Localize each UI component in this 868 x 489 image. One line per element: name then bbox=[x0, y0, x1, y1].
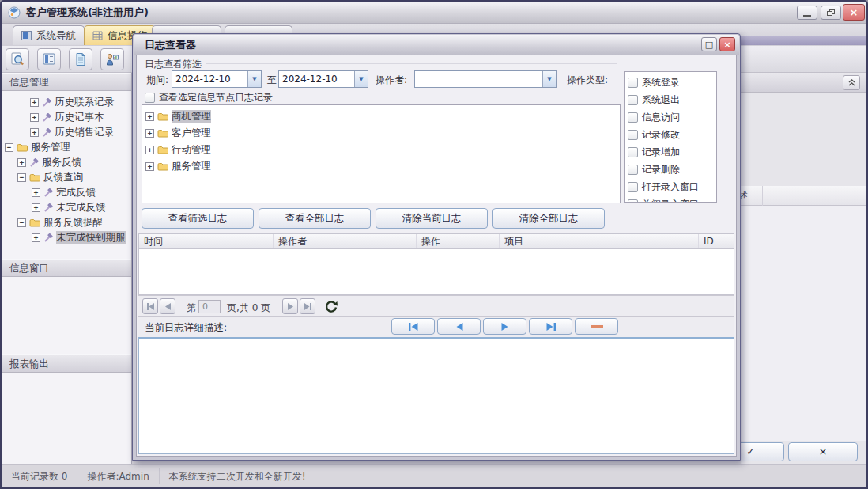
column-header-project[interactable]: 项目 bbox=[500, 234, 699, 248]
checkbox-unchecked[interactable] bbox=[628, 78, 638, 88]
log-detail-textarea[interactable] bbox=[138, 337, 734, 454]
combo-arrow-icon[interactable]: ▼ bbox=[354, 71, 368, 87]
date-from-combo[interactable]: ▼ bbox=[172, 70, 262, 88]
close-button[interactable]: × bbox=[843, 4, 865, 21]
next-page-button[interactable] bbox=[282, 298, 298, 314]
clear-current-log-button[interactable]: 清除当前日志 bbox=[376, 208, 488, 229]
checklist-row[interactable]: 打开录入窗口 bbox=[628, 178, 716, 195]
tree-item-service-feedback[interactable]: + 服务反馈 bbox=[2, 155, 131, 170]
log-node-tree[interactable]: + 商机管理 + 客户管理 + 行动管理 + 服务管理 bbox=[142, 104, 621, 203]
expand-plus-icon[interactable]: + bbox=[32, 203, 40, 212]
last-page-button[interactable] bbox=[300, 298, 315, 314]
combo-arrow-icon[interactable]: ▼ bbox=[247, 71, 261, 87]
restore-button[interactable] bbox=[821, 6, 841, 20]
expand-plus-icon[interactable]: + bbox=[32, 188, 40, 197]
dialog-maximize-button[interactable]: □ bbox=[701, 37, 717, 51]
expand-plus-icon[interactable]: + bbox=[17, 158, 26, 167]
column-header-operator[interactable]: 操作者 bbox=[274, 234, 417, 248]
expand-plus-icon[interactable]: + bbox=[30, 98, 39, 107]
view-filtered-log-button[interactable]: 查看筛选日志 bbox=[142, 208, 254, 229]
tree-item-history-notes[interactable]: + 历史记事本 bbox=[2, 110, 131, 125]
operator-combo[interactable]: ▼ bbox=[414, 70, 557, 88]
log-table-header: 时间 操作者 操作 项目 ID bbox=[138, 233, 734, 249]
status-record-count: 当前记录数 0 bbox=[2, 468, 77, 484]
checklist-row[interactable]: 系统退出 bbox=[628, 91, 716, 108]
prev-page-button[interactable] bbox=[160, 298, 175, 314]
date-to-input[interactable] bbox=[279, 71, 354, 87]
checkbox-unchecked[interactable] bbox=[628, 130, 638, 140]
expand-plus-icon[interactable]: + bbox=[32, 233, 40, 242]
column-header-action[interactable]: 操作 bbox=[417, 234, 500, 248]
tree-item-uncompleted-feedback[interactable]: + 未完成反馈 bbox=[2, 200, 131, 215]
combo-arrow-icon[interactable]: ▼ bbox=[542, 71, 556, 87]
tree-item-service[interactable]: + 服务管理 bbox=[145, 158, 620, 175]
cancel-button[interactable]: × bbox=[788, 442, 858, 461]
form-view-button[interactable] bbox=[37, 48, 61, 70]
date-from-input[interactable] bbox=[172, 71, 247, 87]
first-page-button[interactable] bbox=[142, 298, 158, 314]
date-to-combo[interactable]: ▼ bbox=[278, 70, 368, 88]
nav-last-button[interactable] bbox=[529, 318, 572, 335]
tree-item-label: 服务管理 bbox=[31, 141, 70, 154]
checkbox-unchecked[interactable] bbox=[145, 93, 155, 103]
node-filter-checkbox-row[interactable]: 查看选定信息节点日志记录 bbox=[145, 91, 273, 104]
tree-item-business[interactable]: + 商机管理 bbox=[145, 108, 620, 125]
checklist-row[interactable]: 信息访问 bbox=[628, 108, 716, 126]
tree-item-customer[interactable]: + 客户管理 bbox=[145, 125, 620, 142]
column-header-time[interactable]: 时间 bbox=[139, 234, 274, 248]
new-document-button[interactable] bbox=[69, 48, 92, 70]
checkbox-unchecked[interactable] bbox=[628, 112, 638, 123]
checkbox-unchecked[interactable] bbox=[628, 182, 638, 192]
operator-input[interactable] bbox=[415, 71, 542, 87]
tree-item-label: 服务管理 bbox=[172, 160, 211, 173]
tree-item-action[interactable]: + 行动管理 bbox=[145, 142, 620, 158]
tree-item-history-sales[interactable]: + 历史销售记录 bbox=[2, 125, 131, 140]
tree-item-feedback-query[interactable]: − 反馈查询 bbox=[2, 170, 131, 185]
tree-item-completed-feedback[interactable]: + 完成反馈 bbox=[2, 185, 131, 200]
close-icon: × bbox=[723, 40, 730, 50]
app-logo-icon bbox=[8, 6, 21, 19]
view-all-log-button[interactable]: 查看全部日志 bbox=[259, 208, 371, 229]
tree-item-service-mgmt[interactable]: − 服务管理 bbox=[2, 140, 131, 155]
checkbox-unchecked[interactable] bbox=[628, 165, 638, 175]
checkbox-unchecked[interactable] bbox=[628, 95, 638, 105]
refresh-button[interactable] bbox=[324, 299, 338, 313]
tree-item-expiring-service[interactable]: + 未完成快到期服 bbox=[2, 230, 131, 245]
tree-item-history-contact[interactable]: + 历史联系记录 bbox=[2, 95, 131, 110]
dialog-titlebar[interactable]: 日志查看器 □ × bbox=[134, 35, 739, 55]
column-header-id[interactable]: ID bbox=[699, 234, 734, 248]
checklist-row[interactable]: 记录修改 bbox=[628, 126, 716, 143]
tree-item-feedback-reminder[interactable]: − 服务反馈提醒 bbox=[2, 215, 131, 230]
collapse-minus-icon[interactable]: − bbox=[17, 218, 26, 227]
expand-plus-icon[interactable]: + bbox=[145, 162, 154, 171]
checkbox-unchecked[interactable] bbox=[628, 147, 638, 157]
clear-all-log-button[interactable]: 清除全部日志 bbox=[492, 208, 605, 229]
checklist-row[interactable]: 记录增加 bbox=[628, 143, 716, 161]
expand-plus-icon[interactable]: + bbox=[145, 112, 154, 121]
checklist-row[interactable]: 关闭录入窗口 bbox=[628, 195, 716, 203]
expand-plus-icon[interactable]: + bbox=[30, 128, 39, 137]
nav-delete-button[interactable] bbox=[575, 318, 618, 335]
status-bar: 当前记录数 0 操作者:Admin 本系统支持二次开发和全新开发! bbox=[2, 464, 866, 487]
checklist-row[interactable]: 系统登录 bbox=[628, 74, 716, 91]
main-grid-column-header[interactable]: 述 bbox=[741, 186, 868, 206]
checkbox-unchecked[interactable] bbox=[628, 199, 638, 203]
expand-plus-icon[interactable]: + bbox=[30, 113, 39, 122]
tab-system-nav[interactable]: 系统导航 bbox=[13, 25, 85, 45]
minimize-button[interactable] bbox=[797, 6, 817, 20]
expand-plus-icon[interactable]: + bbox=[145, 146, 154, 154]
nav-first-button[interactable] bbox=[391, 318, 435, 335]
operation-type-checklist[interactable]: 系统登录 系统退出 信息访问 记录修改 记录增加 记录删除 打开录入窗口 关闭录… bbox=[624, 71, 717, 203]
window-titlebar[interactable]: 客户管理系统(非注册用户) × bbox=[2, 2, 866, 24]
search-record-button[interactable] bbox=[6, 48, 29, 70]
collapse-minus-icon[interactable]: − bbox=[5, 143, 13, 152]
dialog-close-button[interactable]: × bbox=[719, 37, 735, 51]
collapse-panel-button[interactable] bbox=[843, 75, 860, 90]
checklist-row[interactable]: 记录删除 bbox=[628, 161, 716, 178]
nav-prev-button[interactable] bbox=[437, 318, 481, 335]
user-report-button[interactable] bbox=[100, 48, 124, 70]
page-number-input[interactable] bbox=[198, 300, 221, 313]
nav-next-button[interactable] bbox=[483, 318, 526, 335]
expand-plus-icon[interactable]: + bbox=[145, 129, 154, 138]
collapse-minus-icon[interactable]: − bbox=[17, 173, 26, 182]
